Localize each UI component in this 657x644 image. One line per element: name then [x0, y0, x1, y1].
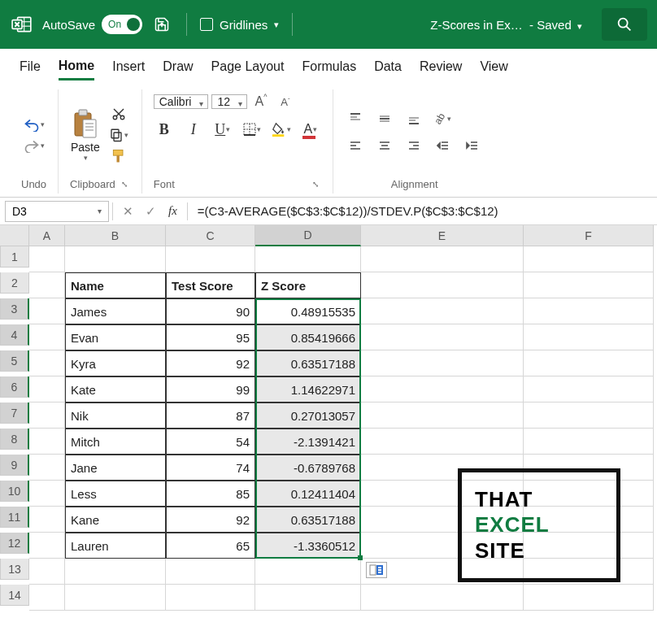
redo-button[interactable]: ▾	[24, 137, 45, 154]
insert-function-button[interactable]: fx	[162, 204, 184, 218]
save-button[interactable]	[150, 13, 173, 36]
cell[interactable]	[29, 298, 65, 324]
cell[interactable]: Mitch	[65, 429, 166, 455]
cell[interactable]	[65, 585, 166, 611]
cell[interactable]: 85	[166, 481, 255, 507]
dialog-launcher-icon[interactable]: ⤡	[310, 179, 321, 189]
cell[interactable]: Test Score	[166, 272, 255, 298]
column-header[interactable]: F	[524, 225, 654, 246]
cell[interactable]	[166, 559, 255, 585]
cell[interactable]: 0.27013057	[255, 402, 361, 429]
row-header[interactable]: 7	[0, 402, 29, 424]
cell[interactable]	[166, 246, 255, 272]
cell[interactable]: 95	[166, 324, 255, 350]
paste-button[interactable]: Paste ▾	[71, 108, 100, 162]
tab-review[interactable]: Review	[420, 54, 462, 79]
cell[interactable]	[29, 533, 65, 559]
decrease-font-size-button[interactable]: Aˇ	[275, 93, 296, 111]
row-header[interactable]: 12	[0, 533, 29, 554]
cell[interactable]: 74	[166, 455, 255, 481]
chevron-down-icon[interactable]: ▾	[575, 21, 582, 31]
underline-button[interactable]: U▾	[212, 120, 233, 138]
cell[interactable]: -2.1391421	[255, 429, 361, 455]
copy-button[interactable]: ▾	[108, 126, 129, 144]
cell[interactable]	[29, 402, 65, 429]
cell[interactable]: Jane	[65, 455, 166, 481]
cell[interactable]	[361, 429, 524, 455]
formula-input[interactable]: =(C3-AVERAGE($C$3:$C$12))/STDEV.P($C$3:$…	[191, 204, 657, 218]
document-title[interactable]: Z-Scores in Ex… - Saved ▾	[430, 18, 582, 32]
cell[interactable]: Lauren	[65, 533, 166, 559]
cell[interactable]	[361, 585, 524, 611]
cell[interactable]	[361, 298, 524, 324]
cell[interactable]	[255, 559, 361, 585]
undo-button[interactable]: ▾	[24, 115, 45, 133]
row-header[interactable]: 10	[0, 481, 29, 502]
column-header[interactable]: D	[255, 225, 361, 246]
tab-file[interactable]: File	[20, 54, 41, 79]
row-header[interactable]: 5	[0, 350, 29, 372]
row-header[interactable]: 13	[0, 559, 29, 580]
cell[interactable]: James	[65, 298, 166, 324]
cell[interactable]: Name	[65, 272, 166, 298]
cell[interactable]: 1.14622971	[255, 376, 361, 402]
cell[interactable]: Z Score	[255, 272, 361, 298]
cell[interactable]	[524, 272, 654, 298]
column-header[interactable]: E	[361, 225, 524, 246]
search-button[interactable]	[602, 8, 647, 41]
cell[interactable]: 0.63517188	[255, 507, 361, 533]
cell[interactable]	[29, 246, 65, 272]
tab-data[interactable]: Data	[374, 54, 402, 79]
cell[interactable]	[65, 246, 166, 272]
row-header[interactable]: 8	[0, 429, 29, 450]
align-center-button[interactable]	[374, 137, 395, 155]
cell[interactable]	[524, 350, 654, 376]
cell[interactable]: 92	[166, 507, 255, 533]
cell[interactable]: Nik	[65, 402, 166, 429]
tab-page-layout[interactable]: Page Layout	[211, 54, 285, 79]
cell[interactable]	[29, 585, 65, 611]
cell[interactable]: 0.48915535	[255, 298, 361, 324]
cell[interactable]: 99	[166, 376, 255, 402]
row-header[interactable]: 9	[0, 455, 29, 476]
cell[interactable]: 87	[166, 402, 255, 429]
row-header[interactable]: 3	[0, 298, 29, 320]
row-header[interactable]: 6	[0, 376, 29, 398]
italic-button[interactable]: I	[183, 120, 204, 138]
increase-font-size-button[interactable]: A^	[250, 93, 272, 111]
decrease-indent-button[interactable]	[433, 137, 454, 155]
tab-formulas[interactable]: Formulas	[302, 54, 356, 79]
cell[interactable]: 0.63517188	[255, 350, 361, 376]
column-header[interactable]: A	[29, 225, 65, 246]
cell[interactable]	[29, 324, 65, 350]
cell[interactable]	[29, 272, 65, 298]
row-header[interactable]: 1	[0, 246, 29, 268]
cell[interactable]: 54	[166, 429, 255, 455]
cell[interactable]	[361, 324, 524, 350]
cell[interactable]: 92	[166, 350, 255, 376]
column-header[interactable]: C	[166, 225, 255, 246]
row-header[interactable]: 11	[0, 507, 29, 528]
cell[interactable]: Evan	[65, 324, 166, 350]
cell[interactable]	[524, 585, 654, 611]
name-box[interactable]: D3▾	[5, 201, 109, 222]
cell[interactable]: Kate	[65, 376, 166, 402]
font-name-select[interactable]: Calibri▾	[154, 95, 209, 108]
cell[interactable]	[361, 350, 524, 376]
orientation-button[interactable]: ab▾	[433, 110, 454, 128]
cell[interactable]	[524, 376, 654, 402]
cell[interactable]: 0.12411404	[255, 481, 361, 507]
cell[interactable]	[29, 507, 65, 533]
chevron-down-icon[interactable]: ▾	[274, 20, 279, 30]
select-all-corner[interactable]	[0, 225, 29, 246]
cell[interactable]	[65, 559, 166, 585]
cell[interactable]: 65	[166, 533, 255, 559]
cell[interactable]: Kane	[65, 507, 166, 533]
cell[interactable]	[524, 429, 654, 455]
cell[interactable]: Less	[65, 481, 166, 507]
cell[interactable]	[524, 324, 654, 350]
gridlines-checkbox[interactable]	[200, 18, 213, 31]
cell[interactable]	[29, 455, 65, 481]
column-header[interactable]: B	[65, 225, 166, 246]
align-right-button[interactable]	[403, 137, 424, 155]
